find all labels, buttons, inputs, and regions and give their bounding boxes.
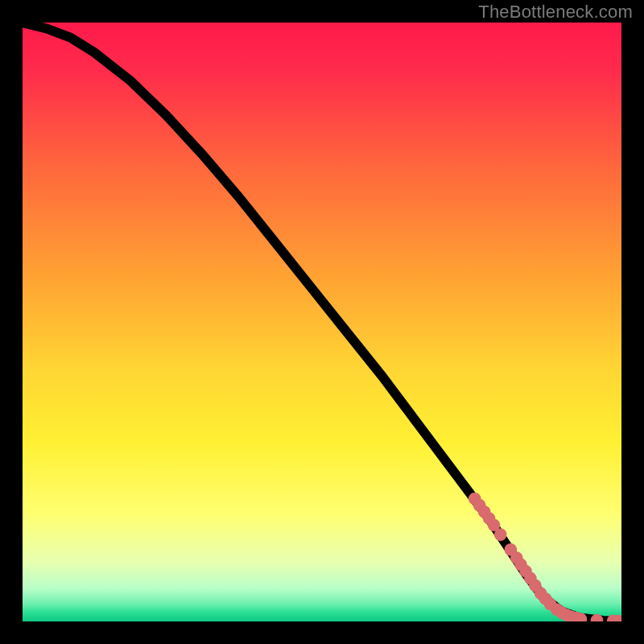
root-container: TheBottleneck.com: [0, 0, 644, 644]
chart-plot-area: [23, 23, 621, 621]
data-marker: [494, 528, 507, 541]
chart-svg: [23, 23, 621, 621]
chart-background: [23, 23, 621, 621]
attribution-label: TheBottleneck.com: [478, 2, 633, 23]
